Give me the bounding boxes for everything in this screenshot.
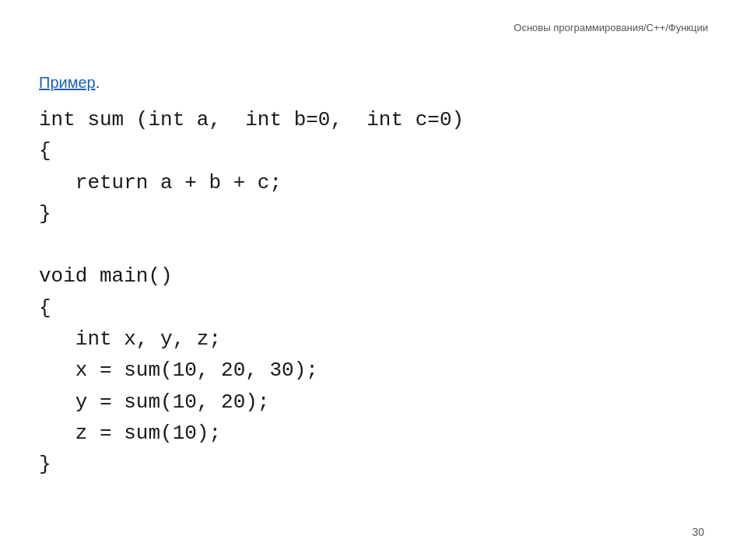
code-line-3: } — [39, 198, 708, 229]
breadcrumb: Основы программирования/С++/Функции — [514, 22, 708, 33]
example-link[interactable]: Пример — [39, 74, 96, 91]
code-line-5: void main() — [39, 261, 708, 292]
content-area: Пример. int sum (int a, int b=0, int c=0… — [39, 74, 708, 481]
code-line-4 — [39, 229, 708, 261]
code-line-11: } — [39, 449, 708, 480]
code-line-2: return a + b + c; — [39, 167, 708, 198]
code-line-0: int sum (int a, int b=0, int c=0) — [39, 104, 708, 135]
code-line-9: y = sum(10, 20); — [39, 387, 708, 418]
page-number: 30 — [692, 526, 704, 538]
code-line-7: int x, y, z; — [39, 324, 708, 355]
code-line-8: x = sum(10, 20, 30); — [39, 355, 708, 386]
example-dot: . — [96, 74, 100, 91]
code-block: int sum (int a, int b=0, int c=0){ retur… — [39, 104, 708, 481]
code-line-6: { — [39, 292, 708, 324]
code-line-10: z = sum(10); — [39, 418, 708, 449]
example-line: Пример. — [39, 74, 708, 92]
slide: Основы программирования/С++/Функции Прим… — [0, 0, 747, 560]
code-line-1: { — [39, 135, 708, 166]
